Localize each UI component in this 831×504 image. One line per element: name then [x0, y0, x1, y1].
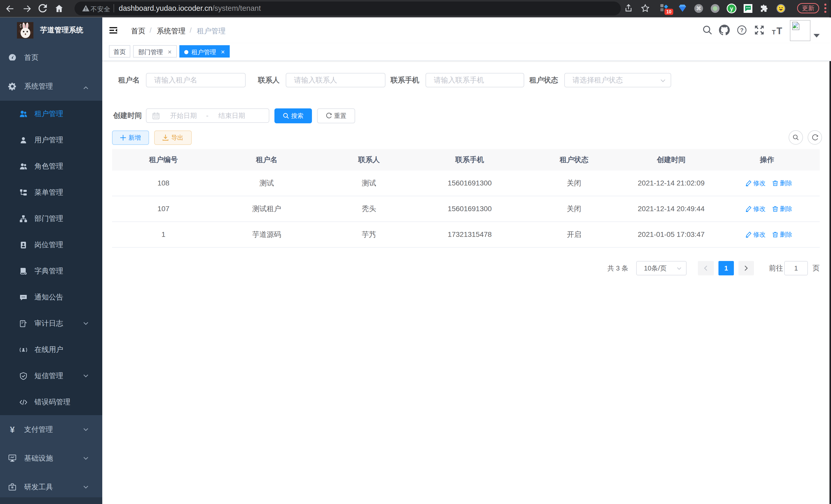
- svg-text:⌘: ⌘: [696, 6, 701, 11]
- svg-text:¥: ¥: [10, 425, 15, 434]
- svg-text:y: y: [730, 5, 733, 12]
- svg-text:?: ?: [740, 27, 743, 33]
